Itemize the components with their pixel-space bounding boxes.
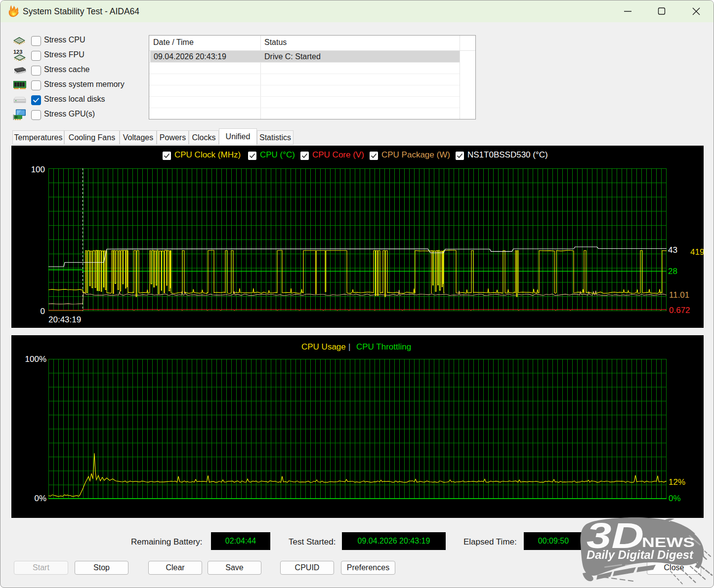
svg-text:Daily Digital Digest: Daily Digital Digest [587, 548, 694, 561]
